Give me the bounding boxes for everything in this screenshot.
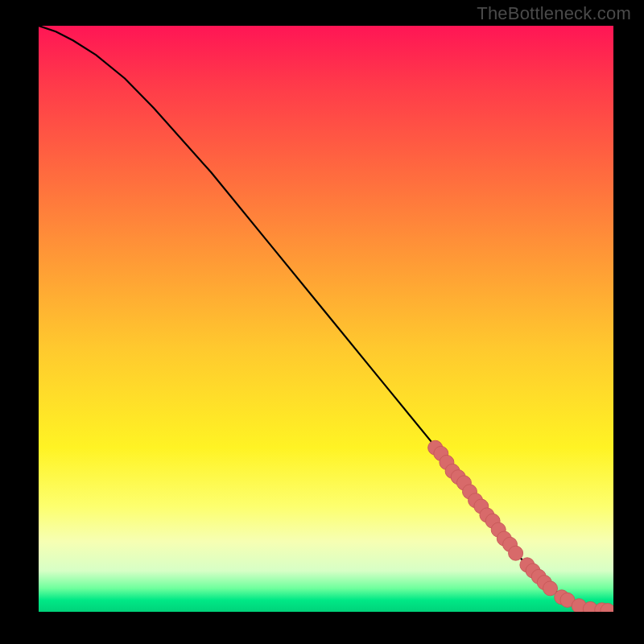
- chart-frame: TheBottleneck.com: [0, 0, 644, 644]
- highlight-dot: [509, 546, 523, 560]
- watermark-text: TheBottleneck.com: [477, 3, 631, 24]
- plot-area: [39, 26, 613, 612]
- highlight-dots-group: [428, 440, 613, 612]
- curve-svg: [39, 26, 613, 612]
- bottleneck-curve: [39, 26, 613, 611]
